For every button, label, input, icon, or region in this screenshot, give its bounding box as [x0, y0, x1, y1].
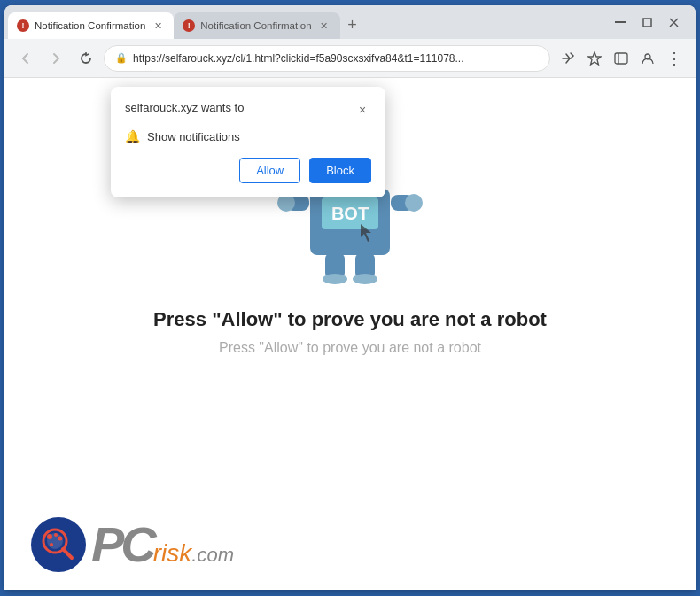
- svg-point-25: [353, 274, 377, 284]
- maximize-button[interactable]: [635, 11, 658, 34]
- menu-icon[interactable]: ⋮: [662, 46, 687, 71]
- notification-popup: selfarouck.xyz wants to × 🔔 Show notific…: [111, 87, 385, 197]
- popup-title: selfarouck.xyz wants to: [125, 101, 244, 114]
- svg-rect-5: [615, 53, 627, 64]
- page-sub-text: Press "Allow" to prove you are not a rob…: [219, 340, 481, 356]
- sidebar-icon[interactable]: [609, 46, 634, 71]
- popup-buttons: Allow Block: [125, 158, 371, 183]
- svg-point-24: [323, 274, 347, 284]
- title-bar: ! Notification Confirmation ✕ ! Notifica…: [4, 5, 696, 39]
- address-input[interactable]: 🔒 https://selfarouck.xyz/cl/1.html?click…: [104, 45, 550, 72]
- bell-icon: 🔔: [125, 129, 140, 143]
- tab-2-close[interactable]: ✕: [317, 19, 331, 33]
- svg-point-34: [50, 543, 53, 546]
- pcrisk-pc-text: PC: [91, 520, 153, 569]
- pcrisk-risk-text: risk: [153, 539, 192, 568]
- tab-2[interactable]: ! Notification Confirmation ✕: [174, 12, 339, 39]
- minimize-button[interactable]: [609, 11, 632, 34]
- pcrisk-logo-icon: [31, 517, 86, 572]
- tab-2-favicon: !: [183, 19, 195, 32]
- tab-1-close[interactable]: ✕: [151, 19, 165, 33]
- pcrisk-logo: PCrisk.com: [31, 517, 234, 572]
- browser-window: ! Notification Confirmation ✕ ! Notifica…: [4, 5, 696, 590]
- popup-header: selfarouck.xyz wants to ×: [125, 101, 371, 119]
- share-icon[interactable]: [556, 46, 580, 71]
- bookmark-icon[interactable]: [582, 46, 607, 71]
- pcrisk-text: PCrisk.com: [91, 520, 234, 569]
- svg-marker-4: [588, 52, 601, 65]
- tab-1[interactable]: ! Notification Confirmation ✕: [8, 12, 174, 39]
- profile-icon[interactable]: [635, 46, 660, 71]
- new-tab-button[interactable]: +: [340, 12, 365, 37]
- forward-button[interactable]: [43, 46, 68, 71]
- svg-point-21: [405, 194, 423, 212]
- popup-notification-row: 🔔 Show notifications: [125, 129, 371, 143]
- block-button[interactable]: Block: [309, 158, 371, 183]
- url-text: https://selfarouck.xyz/cl/1.html?clickid…: [133, 52, 539, 65]
- svg-rect-1: [643, 19, 651, 27]
- tabs-area: ! Notification Confirmation ✕ ! Notifica…: [4, 5, 598, 39]
- svg-text:BOT: BOT: [331, 204, 369, 223]
- tab-2-title: Notification Confirmation: [200, 20, 311, 31]
- page-content: selfarouck.xyz wants to × 🔔 Show notific…: [4, 78, 696, 590]
- refresh-button[interactable]: [74, 46, 98, 71]
- address-bar: 🔒 https://selfarouck.xyz/cl/1.html?click…: [4, 39, 696, 78]
- svg-rect-0: [615, 21, 626, 23]
- tab-1-title: Notification Confirmation: [35, 20, 145, 31]
- back-button[interactable]: [13, 46, 38, 71]
- svg-point-33: [58, 537, 63, 541]
- toolbar-icons: ⋮: [556, 46, 687, 71]
- allow-button[interactable]: Allow: [239, 158, 300, 183]
- window-controls: [598, 5, 696, 39]
- notification-option-text: Show notifications: [147, 130, 240, 143]
- tab-1-favicon: !: [17, 19, 29, 32]
- page-main-text: Press "Allow" to prove you are not a rob…: [153, 308, 547, 331]
- svg-point-31: [47, 534, 52, 539]
- close-button[interactable]: [662, 11, 685, 34]
- pcrisk-com-text: .com: [191, 544, 234, 567]
- popup-close-button[interactable]: ×: [354, 101, 371, 119]
- lock-icon: 🔒: [115, 52, 128, 64]
- svg-point-32: [54, 533, 58, 537]
